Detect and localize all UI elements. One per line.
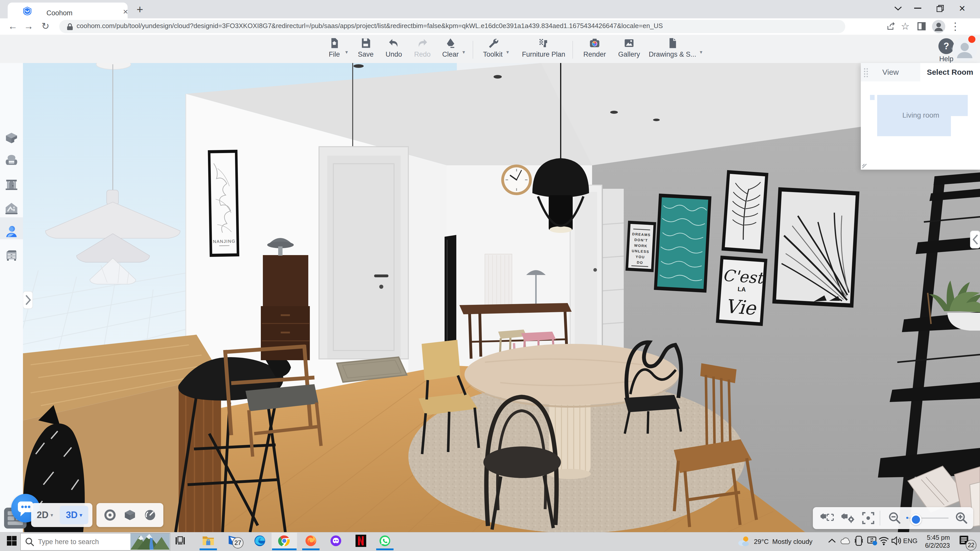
taskbar-chrome-active[interactable] — [272, 532, 296, 549]
taskbar-netflix[interactable] — [349, 532, 372, 549]
new-tab-button[interactable]: + — [133, 3, 146, 16]
floor-plan-mini-map: Living room — [861, 81, 980, 170]
furniture-plan-icon — [538, 37, 549, 49]
task-view-button[interactable] — [170, 532, 190, 549]
toolkit-caret-icon: ▾ — [506, 49, 509, 55]
teal-water-artwork — [654, 194, 711, 292]
side-panel-icon[interactable] — [915, 19, 928, 33]
sidebar-item-cabinet[interactable] — [3, 248, 19, 263]
focus-center-icon[interactable] — [861, 511, 875, 525]
firefox-icon — [305, 535, 317, 547]
screen: Coohom × + × ← → ↻ coohom.com/pub/tool/y… — [0, 0, 980, 551]
toolbar-gallery-button[interactable]: Gallery — [610, 37, 648, 62]
task-view-icon — [175, 536, 185, 546]
whatsapp-icon — [379, 535, 391, 547]
window-close-button[interactable]: × — [951, 0, 973, 17]
right-panel-expander[interactable] — [970, 231, 980, 248]
browser-profile-avatar[interactable] — [932, 20, 945, 33]
map-poster-nanjing: NANJING — [208, 150, 239, 257]
toolbar-drawings-button[interactable]: Drawings & S... ▾ — [643, 37, 702, 62]
user-avatar[interactable] — [953, 37, 977, 62]
cloud-icon — [840, 537, 851, 545]
browser-tab[interactable]: Coohom × — [8, 3, 127, 18]
taskbar-discord[interactable] — [324, 532, 348, 549]
sidebar-item-avatar-active[interactable] — [3, 224, 19, 239]
performance-gauge-icon[interactable] — [143, 508, 157, 522]
toolbar-render-button[interactable]: Render — [576, 37, 614, 62]
taskbar-whatsapp[interactable] — [373, 532, 396, 549]
svg-text:DON'T: DON'T — [634, 238, 648, 243]
floor-plan-annex[interactable] — [870, 95, 875, 100]
taskbar-firefox[interactable] — [299, 532, 323, 549]
room-label: Living room — [902, 111, 939, 119]
tray-clock[interactable]: 5:45 pm 6/2/2023 — [920, 532, 950, 551]
tab-search-chevron-icon[interactable] — [887, 0, 909, 17]
action-center-button[interactable]: 22 — [955, 532, 975, 549]
viewport-tools — [97, 503, 163, 527]
taskbar-edge[interactable] — [248, 532, 272, 549]
running-indicator — [302, 548, 320, 550]
taskbar-mail[interactable]: 27 — [221, 532, 245, 549]
search-weather-thumbnail — [130, 534, 170, 550]
ai-house-icon — [5, 202, 18, 215]
gallery-icon — [623, 37, 635, 49]
phone-link-icon — [854, 535, 863, 546]
sidebar-item-ai-design[interactable] — [3, 200, 19, 216]
forward-button[interactable]: → — [21, 19, 36, 34]
clock-time: 5:45 pm — [927, 534, 950, 541]
tray-language[interactable]: ENG — [901, 532, 919, 549]
view-mode-switcher: 2D ▾ 3D ▾ — [31, 503, 92, 527]
design-canvas-3d-viewport[interactable]: NANJING — [23, 63, 980, 532]
sidebar-item-furnish[interactable] — [3, 153, 19, 169]
start-button[interactable] — [0, 532, 24, 549]
entry-door — [319, 147, 408, 359]
clock-date: 6/2/2023 — [925, 542, 950, 549]
window-restore-button[interactable] — [929, 0, 951, 17]
tab-select-room[interactable]: Select Room — [920, 63, 980, 81]
tab-view[interactable]: View — [861, 63, 920, 81]
discord-icon — [330, 535, 342, 547]
wall-corner-icon — [5, 131, 18, 144]
panel-drag-handle[interactable] — [863, 68, 869, 78]
zoom-slider-tick — [906, 517, 908, 519]
running-indicator — [376, 548, 393, 550]
taskbar-file-explorer[interactable] — [197, 532, 220, 549]
mode-2d-button[interactable]: 2D ▾ — [37, 503, 53, 527]
toolbar-furniture-plan-button[interactable]: Furniture Plan — [519, 37, 568, 62]
3d-cube-icon[interactable] — [123, 508, 137, 522]
orbit-view-icon[interactable] — [103, 508, 117, 522]
weather-widget[interactable]: 29°C Mostly cloudy — [737, 532, 813, 551]
lock-icon — [66, 23, 73, 30]
drawings-caret-icon: ▾ — [700, 49, 702, 55]
toolbar-clear-button[interactable]: Clear ▾ — [431, 37, 469, 62]
zoom-slider-thumb[interactable] — [910, 514, 921, 525]
share-icon[interactable] — [884, 19, 898, 33]
camera-view-icon[interactable] — [819, 512, 834, 524]
running-indicator-active — [272, 548, 297, 550]
window-minimize-button[interactable] — [907, 0, 929, 17]
sidebar-item-doors-windows[interactable] — [3, 176, 19, 192]
taskbar-search-box[interactable] — [21, 533, 170, 551]
toolbar-toolkit-button[interactable]: Toolkit ▾ — [474, 37, 512, 62]
panel-resize-handle[interactable] — [862, 164, 866, 168]
search-input[interactable] — [38, 534, 130, 550]
doorway-icon — [5, 178, 18, 191]
zoom-in-icon[interactable] — [955, 511, 969, 525]
toolbar-divider — [573, 41, 573, 59]
back-button[interactable]: ← — [6, 19, 20, 34]
bookmark-star-icon[interactable]: ☆ — [898, 19, 912, 33]
camera-settings-icon[interactable] — [840, 512, 855, 524]
reload-button[interactable]: ↻ — [38, 19, 52, 34]
select-room-panel: View Select Room Living room — [861, 63, 980, 170]
browser-menu-kebab-icon[interactable]: ⋮ — [948, 19, 962, 33]
left-panel-expander[interactable] — [23, 291, 33, 309]
weather-condition: Mostly cloudy — [772, 538, 813, 546]
redo-icon — [417, 37, 428, 49]
toolbar-divider — [473, 41, 473, 59]
zoom-out-icon[interactable] — [888, 511, 902, 525]
palm-leaf-artwork — [721, 170, 768, 254]
tab-close-icon[interactable]: × — [120, 6, 131, 17]
mode-3d-button[interactable]: 3D ▾ — [60, 506, 88, 524]
sidebar-item-walls[interactable] — [3, 130, 19, 146]
person-blue-icon — [5, 224, 18, 238]
